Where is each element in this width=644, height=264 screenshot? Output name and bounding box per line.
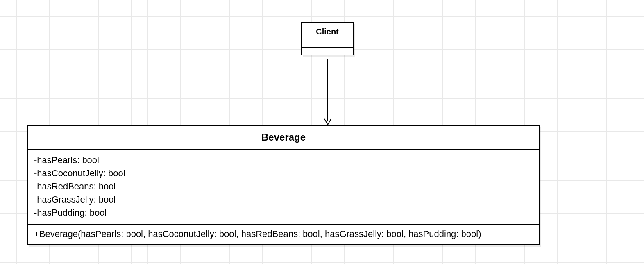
beverage-attribute: -hasRedBeans: bool: [34, 180, 533, 193]
client-attributes-compartment: [302, 41, 353, 48]
beverage-attribute: -hasGrassJelly: bool: [34, 193, 533, 206]
beverage-operations-compartment: +Beverage(hasPearls: bool, hasCoconutJel…: [28, 225, 539, 244]
beverage-attribute: -hasPearls: bool: [34, 154, 533, 167]
uml-diagram: Client Beverage -hasPearls: bool -hasCoc…: [0, 0, 644, 264]
beverage-attribute: -hasPudding: bool: [34, 206, 533, 219]
client-class-box[interactable]: Client: [301, 22, 354, 55]
dependency-arrow-connector[interactable]: [324, 59, 332, 127]
client-operations-compartment: [302, 48, 353, 55]
client-class-name: Client: [302, 23, 353, 41]
beverage-attribute: -hasCoconutJelly: bool: [34, 167, 533, 180]
beverage-class-name: Beverage: [28, 126, 539, 150]
beverage-attributes-compartment: -hasPearls: bool -hasCoconutJelly: bool …: [28, 150, 539, 225]
beverage-class-box[interactable]: Beverage -hasPearls: bool -hasCoconutJel…: [27, 125, 540, 245]
beverage-operation: +Beverage(hasPearls: bool, hasCoconutJel…: [34, 229, 533, 239]
